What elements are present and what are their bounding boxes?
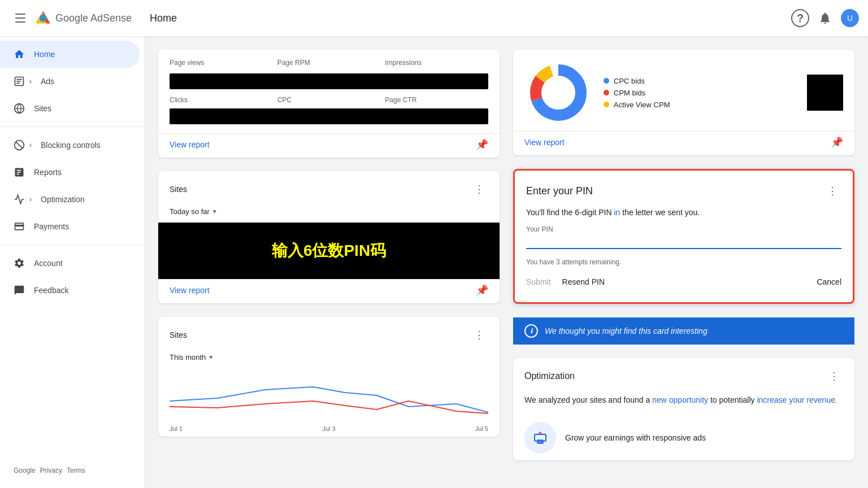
pin-card-menu[interactable]: ⋮ bbox=[823, 182, 841, 200]
left-column: Page views Page RPM Impressions Clicks bbox=[158, 50, 500, 474]
legend-dot-cpm bbox=[604, 90, 609, 95]
period-dropdown-2[interactable]: This month ▼ bbox=[170, 351, 488, 364]
view-report-link[interactable]: View report bbox=[170, 140, 210, 149]
sites-card-1-title: Sites bbox=[170, 185, 187, 194]
pin-card: Enter your PIN ⋮ You'll find the 6-digit… bbox=[513, 169, 854, 304]
stat-label: Page views bbox=[170, 59, 273, 67]
opt-card-body: We analyzed your sites and found a new o… bbox=[513, 390, 854, 415]
pin-icon-2: 📌 bbox=[476, 284, 488, 297]
topbar-actions: ? U bbox=[791, 7, 859, 29]
pin-input-area: Your PIN bbox=[515, 225, 853, 254]
logo-text: Google AdSense bbox=[55, 12, 132, 24]
x-label-3: Jul 5 bbox=[475, 425, 488, 432]
pin-resend-button[interactable]: Resend PIN bbox=[555, 273, 611, 291]
opt-desc-highlight: new opportunity bbox=[652, 395, 708, 404]
chart-x-axis: Jul 1 Jul 3 Jul 5 bbox=[170, 425, 488, 437]
stat-impressions: Impressions bbox=[385, 59, 488, 69]
pin-input-label: Your PIN bbox=[526, 225, 841, 233]
sidebar-item-label: Feedback bbox=[34, 286, 68, 295]
help-button[interactable]: ? bbox=[791, 9, 809, 27]
pin-desc-after: the letter we sent you. bbox=[620, 208, 700, 217]
opt-card-menu[interactable]: ⋮ bbox=[825, 367, 843, 385]
footer-brand: Google bbox=[14, 467, 36, 474]
legend-item-cpc: CPC bids bbox=[604, 77, 670, 85]
stats-row-1: Page views Page RPM Impressions bbox=[170, 59, 488, 69]
notifications-button[interactable] bbox=[814, 7, 836, 29]
sidebar-item-label: Sites bbox=[34, 104, 51, 113]
legend-dot-cpc bbox=[604, 78, 609, 84]
footer-privacy-link[interactable]: Privacy bbox=[40, 467, 62, 474]
topbar: Google AdSense Home ? U bbox=[0, 0, 868, 36]
sidebar-item-label: Home bbox=[34, 50, 55, 59]
responsive-ads-icon bbox=[529, 426, 552, 449]
page-title: Home bbox=[150, 12, 177, 24]
opt-item-icon bbox=[524, 422, 556, 454]
opt-desc-before: We analyzed your sites and found a bbox=[524, 395, 652, 404]
sites-card-2-menu[interactable]: ⋮ bbox=[470, 326, 488, 344]
optimization-card: Optimization ⋮ We analyzed your sites an… bbox=[513, 358, 854, 460]
sidebar-item-label: Payments bbox=[34, 222, 69, 231]
sites-card-1-header: Sites ⋮ bbox=[158, 171, 500, 203]
ads-icon bbox=[14, 76, 25, 87]
period-dropdown[interactable]: Today so far ▼ bbox=[170, 205, 488, 218]
sidebar-item-ads[interactable]: › Ads bbox=[0, 68, 140, 95]
stats-card-footer: View report 📌 bbox=[158, 133, 500, 158]
opt-desc-link: increase your revenue. bbox=[757, 395, 837, 404]
nav-divider-2 bbox=[0, 245, 144, 245]
pin-icon: 📌 bbox=[476, 138, 488, 151]
dropdown-arrow-icon: ▼ bbox=[212, 208, 218, 215]
x-label-1: Jul 1 bbox=[170, 425, 183, 432]
sidebar-item-sites[interactable]: Sites bbox=[0, 95, 140, 122]
footer-terms-link[interactable]: Terms bbox=[67, 467, 85, 474]
sidebar-item-optimization[interactable]: › Optimization bbox=[0, 186, 140, 213]
sites-card-2: Sites ⋮ This month ▼ bbox=[158, 317, 500, 437]
sites-card-1-menu[interactable]: ⋮ bbox=[470, 180, 488, 198]
donut-card-inner: CPC bids CPM bids Active View CPM bbox=[513, 50, 854, 131]
app-layout: Home › Ads Sites › Blocking controls bbox=[0, 36, 868, 488]
menu-button[interactable] bbox=[9, 7, 32, 29]
view-report-donut-link[interactable]: View report bbox=[524, 138, 565, 147]
sidebar-item-home[interactable]: Home bbox=[0, 41, 140, 68]
stats-card: Page views Page RPM Impressions Clicks bbox=[158, 50, 500, 158]
nav-divider bbox=[0, 127, 144, 127]
sidebar-item-payments[interactable]: Payments bbox=[0, 213, 140, 240]
period-label: Today so far bbox=[170, 207, 210, 216]
app-logo: Google AdSense bbox=[34, 9, 132, 27]
legend-item-active-view: Active View CPM bbox=[604, 101, 670, 109]
avatar[interactable]: U bbox=[841, 9, 859, 27]
sidebar-item-reports[interactable]: Reports bbox=[0, 159, 140, 186]
pin-submit-button[interactable]: Submit bbox=[526, 273, 551, 291]
rec-icon: ℹ bbox=[524, 324, 538, 338]
sidebar-item-label: Account bbox=[34, 259, 63, 268]
stat-label: CPC bbox=[277, 96, 381, 104]
donut-thumbnail bbox=[807, 75, 843, 111]
opt-card-title: Optimization bbox=[524, 371, 575, 381]
sidebar-item-label: Reports bbox=[34, 168, 62, 177]
right-column: CPC bids CPM bids Active View CPM bbox=[513, 50, 854, 474]
view-report-2-link[interactable]: View report bbox=[170, 286, 210, 295]
sites-card-1-footer: View report 📌 bbox=[158, 279, 500, 303]
pin-input-field[interactable] bbox=[526, 234, 841, 249]
recommendation-banner: ℹ We thought you might find this card in… bbox=[513, 317, 854, 345]
stats-bar-2 bbox=[170, 108, 488, 124]
line-chart-area: Jul 1 Jul 3 Jul 5 bbox=[158, 368, 500, 437]
x-label-2: Jul 3 bbox=[322, 425, 335, 432]
stats-row-2: Clicks CPC Page CTR bbox=[170, 96, 488, 106]
pin-card-title: Enter your PIN bbox=[526, 185, 593, 197]
stat-page-ctr: Page CTR bbox=[385, 96, 488, 106]
svg-line-5 bbox=[16, 142, 23, 149]
stat-cpc: CPC bbox=[277, 96, 381, 106]
opt-card-header: Optimization ⋮ bbox=[513, 358, 854, 390]
svg-point-1 bbox=[41, 16, 45, 20]
stat-label: Page CTR bbox=[385, 96, 488, 104]
sidebar-item-account[interactable]: Account bbox=[0, 250, 140, 277]
expand-icon: › bbox=[29, 141, 32, 149]
legend-label-active-view: Active View CPM bbox=[614, 101, 670, 109]
sidebar-item-blocking-controls[interactable]: › Blocking controls bbox=[0, 132, 140, 159]
account-icon bbox=[14, 258, 25, 269]
sidebar-item-feedback[interactable]: Feedback bbox=[0, 277, 140, 304]
pin-cancel-button[interactable]: Cancel bbox=[817, 273, 841, 291]
legend-label-cpc: CPC bids bbox=[614, 77, 645, 85]
legend-dot-active-view bbox=[604, 102, 609, 107]
feedback-icon bbox=[14, 285, 25, 296]
